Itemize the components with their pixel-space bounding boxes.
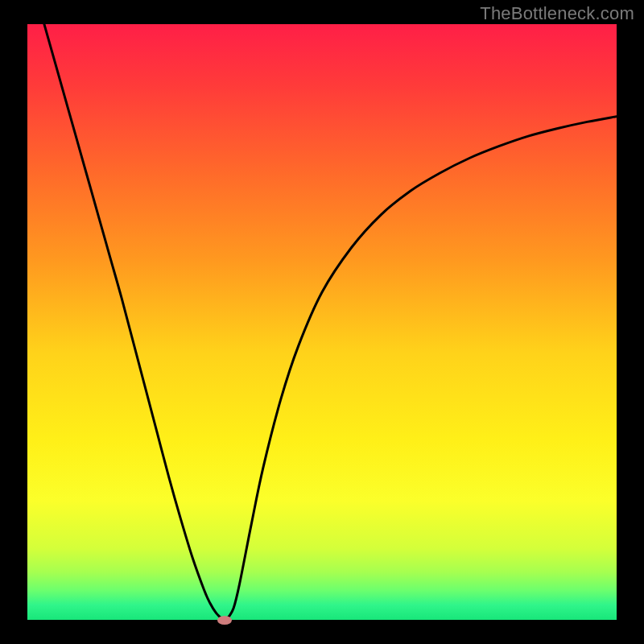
watermark-text: TheBottleneck.com [480, 3, 634, 24]
chart-frame: TheBottleneck.com [0, 0, 644, 644]
bottleneck-point-marker [217, 616, 232, 625]
plot-area [27, 24, 617, 620]
svg-rect-0 [27, 24, 617, 620]
background-gradient [27, 24, 617, 620]
